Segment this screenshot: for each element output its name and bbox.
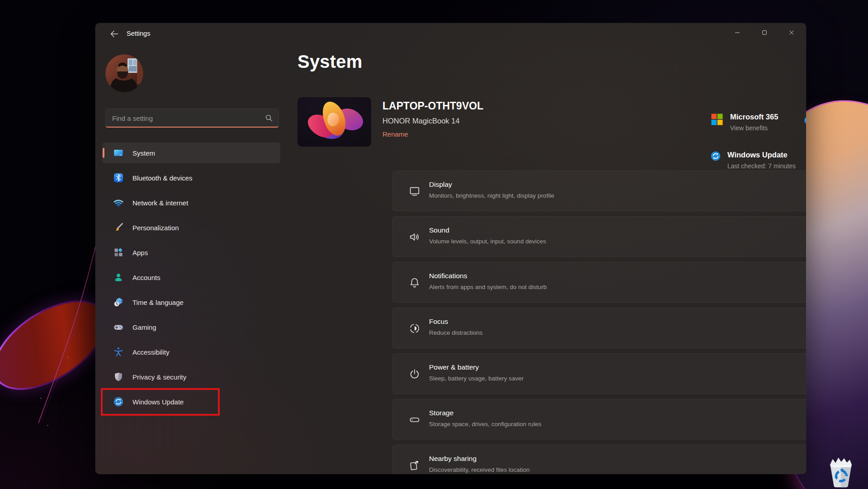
search-icon[interactable] — [265, 114, 273, 124]
system-icon — [113, 147, 124, 158]
power-battery-icon — [408, 368, 421, 380]
sidebar-item-label: Accounts — [132, 274, 160, 281]
privacy-security-icon — [113, 371, 124, 382]
apps-icon — [113, 247, 124, 258]
row-subtitle: Reduce distractions — [429, 329, 483, 336]
settings-rows: DisplayMonitors, brightness, night light… — [392, 171, 806, 474]
sidebar-item-personalization[interactable]: Personalization — [102, 217, 280, 238]
sidebar-item-time-language[interactable]: Time & language — [102, 292, 280, 313]
sidebar-item-label: Personalization — [132, 224, 179, 232]
row-title: Nearby sharing — [429, 455, 476, 463]
settings-row-nearby-sharing[interactable]: Nearby sharingDiscoverability, received … — [392, 445, 806, 474]
time-language-icon — [113, 297, 124, 308]
row-title: Sound — [429, 226, 449, 234]
main-content: System LAPTOP-OTHT9VOL HONOR MagicBook 1… — [285, 44, 806, 474]
personalization-icon — [113, 222, 124, 233]
sidebar-item-label: Gaming — [132, 323, 156, 331]
row-subtitle: Monitors, brightness, night light, displ… — [429, 192, 554, 199]
accessibility-icon — [113, 347, 124, 357]
window-title: Settings — [127, 30, 150, 37]
row-subtitle: Sleep, battery usage, battery saver — [429, 375, 524, 382]
onedrive-icon — [802, 113, 806, 126]
settings-row-storage[interactable]: StorageStorage space, drives, configurat… — [392, 399, 806, 440]
network-icon — [113, 197, 124, 208]
windows-update-icon — [710, 151, 721, 161]
windows-update-icon — [113, 396, 124, 407]
minimize-icon — [734, 29, 741, 38]
page-title: System — [297, 52, 363, 72]
row-title: Power & battery — [429, 363, 479, 371]
recycle-bin-icon[interactable] — [824, 455, 858, 489]
gaming-icon — [113, 322, 124, 332]
settings-window: Settings SystemBluetooth & devicesNetwor… — [95, 23, 806, 474]
sidebar-item-bluetooth-devices[interactable]: Bluetooth & devices — [102, 167, 280, 188]
wallpaper-sparkles — [0, 0, 0, 0]
accounts-icon — [113, 272, 124, 283]
sidebar-item-label: System — [132, 149, 155, 157]
settings-row-focus[interactable]: FocusReduce distractions — [392, 308, 806, 348]
sidebar-item-label: Privacy & security — [132, 373, 186, 381]
status-title: Microsoft 365 — [730, 113, 778, 121]
maximize-button[interactable] — [751, 25, 778, 42]
window-controls — [724, 25, 805, 42]
settings-row-sound[interactable]: SoundVolume levels, output, input, sound… — [392, 216, 806, 257]
sidebar-item-label: Accessibility — [132, 348, 170, 356]
sidebar: SystemBluetooth & devicesNetwork & inter… — [95, 44, 285, 474]
sidebar-item-gaming[interactable]: Gaming — [102, 317, 280, 337]
settings-row-display[interactable]: DisplayMonitors, brightness, night light… — [392, 171, 806, 211]
sidebar-item-windows-update[interactable]: Windows Update — [102, 391, 280, 412]
row-subtitle: Alerts from apps and system, do not dist… — [429, 284, 547, 290]
sidebar-item-accessibility[interactable]: Accessibility — [102, 342, 280, 362]
display-icon — [408, 185, 421, 198]
row-subtitle: Storage space, drives, configuration rul… — [429, 421, 541, 427]
status-card-onedrive[interactable]: OneDriveBack up files — [802, 113, 806, 139]
row-title: Display — [429, 180, 452, 189]
sidebar-item-label: Windows Update — [132, 398, 184, 406]
sidebar-item-label: Time & language — [132, 299, 184, 306]
notifications-icon — [408, 276, 421, 289]
sidebar-nav: SystemBluetooth & devicesNetwork & inter… — [102, 142, 280, 416]
device-name: LAPTOP-OTHT9VOL — [382, 100, 483, 112]
microsoft-365-logo — [710, 113, 724, 126]
user-avatar[interactable] — [105, 54, 143, 92]
close-icon — [788, 29, 795, 38]
sound-icon — [408, 231, 421, 243]
back-button[interactable] — [106, 28, 123, 42]
row-title: Notifications — [429, 272, 467, 280]
sidebar-item-privacy-security[interactable]: Privacy & security — [102, 366, 280, 387]
row-title: Storage — [429, 409, 453, 417]
sidebar-item-label: Apps — [132, 249, 148, 256]
status-subtitle: View benefits — [730, 124, 768, 132]
search-box — [105, 109, 279, 128]
status-title: Windows Update — [727, 151, 806, 159]
close-button[interactable] — [778, 25, 805, 42]
row-subtitle: Volume levels, output, input, sound devi… — [429, 238, 546, 245]
row-title: Focus — [429, 318, 448, 326]
nearby-sharing-icon — [408, 459, 421, 472]
selected-indicator — [103, 148, 104, 158]
sidebar-item-system[interactable]: System — [102, 142, 280, 163]
settings-row-power-battery[interactable]: Power & batterySleep, battery usage, bat… — [392, 353, 806, 394]
settings-row-notifications[interactable]: NotificationsAlerts from apps and system… — [392, 262, 806, 303]
maximize-icon — [761, 29, 768, 38]
back-arrow-icon — [109, 29, 119, 41]
device-model: HONOR MagicBook 14 — [382, 117, 460, 125]
sidebar-item-apps[interactable]: Apps — [102, 242, 280, 263]
search-input[interactable] — [111, 109, 262, 128]
bluetooth-icon — [113, 172, 124, 183]
sidebar-item-label: Bluetooth & devices — [132, 174, 193, 182]
rename-link[interactable]: Rename — [382, 130, 408, 138]
storage-icon — [408, 413, 421, 426]
sidebar-item-network-internet[interactable]: Network & internet — [102, 192, 280, 213]
bloom-wallpaper-thumbnail — [297, 97, 371, 147]
status-card-microsoft-365[interactable]: Microsoft 365View benefits — [710, 113, 778, 132]
sidebar-item-accounts[interactable]: Accounts — [102, 267, 280, 288]
titlebar: Settings — [95, 23, 806, 44]
focus-icon — [408, 322, 421, 335]
row-subtitle: Discoverability, received files location — [429, 466, 530, 473]
sidebar-item-label: Network & internet — [132, 199, 188, 207]
minimize-button[interactable] — [724, 25, 751, 42]
